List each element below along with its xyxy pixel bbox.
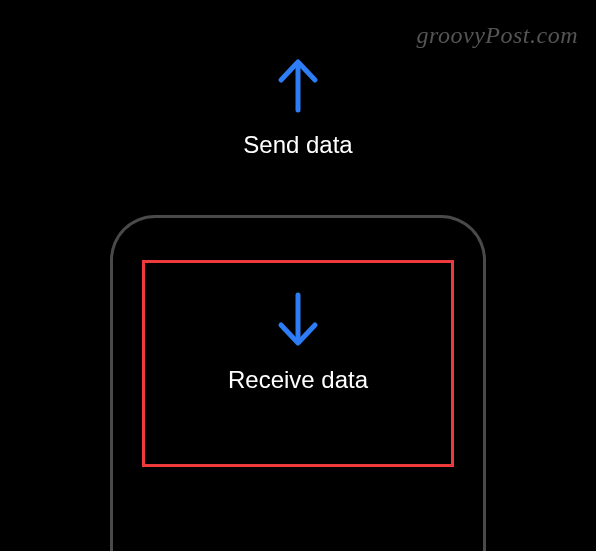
receive-data-label: Receive data xyxy=(228,366,368,394)
arrow-down-icon xyxy=(273,290,323,350)
arrow-up-icon xyxy=(273,55,323,115)
watermark-text: groovyPost.com xyxy=(417,22,578,49)
send-data-option[interactable]: Send data xyxy=(0,55,596,159)
send-data-label: Send data xyxy=(243,131,352,159)
receive-data-option[interactable]: Receive data xyxy=(0,290,596,394)
